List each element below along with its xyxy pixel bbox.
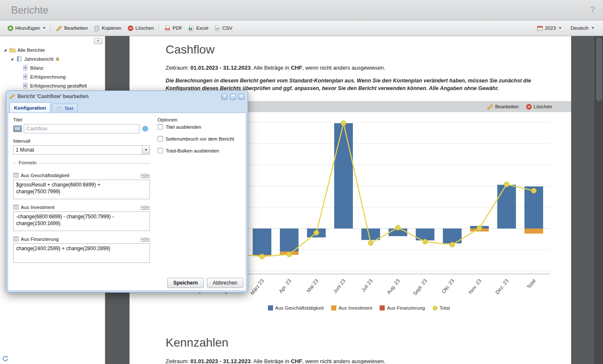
option-seitenumbruch[interactable]: Seitenumbruch vor dem Bericht [158,136,245,141]
svg-text:Mai 23: Mai 23 [305,278,319,293]
report-title: Cashflow [166,43,214,56]
dialog-maximize-button[interactable] [230,93,236,100]
toolbar-separator [159,23,159,33]
csv-icon [214,25,220,31]
delete-button[interactable]: Löschen [124,24,157,33]
formula-label: Aus Finanzierung [21,237,59,242]
dialog-help-button[interactable]: ? [221,93,228,100]
svg-text:Dez. 23: Dez. 23 [494,278,510,295]
report-delete-button[interactable]: Löschen [526,104,552,110]
intervall-select[interactable]: 1 Monat [13,145,150,155]
tree-item-label: Bilanz [30,65,43,71]
formula-text: -change(6800:6899) - change(7500:7999) -… [16,213,137,227]
option-titel-ausblenden[interactable]: Titel ausblenden [158,124,245,130]
tree-item-label: Erfolgsrechnung [30,74,66,79]
excel-button[interactable]: Excel [185,24,211,33]
chevron-down-icon [145,149,147,151]
tree-item-bilanz[interactable]: Bilanz [0,63,105,72]
dialog-close-button[interactable]: ✕ [238,93,245,100]
hilfe-link[interactable]: Hilfe [141,237,150,242]
tree-item-alle-berichte[interactable]: Alle Berichte [0,45,105,54]
combo-dropdown-button[interactable] [142,145,150,155]
checkbox-icon[interactable] [158,148,163,153]
sidebar-collapse-button[interactable]: « [94,38,102,44]
chart-legend: Aus Geschäftstätigkeit Aus Investment Au… [149,305,569,310]
tree-expander-icon[interactable] [3,49,8,51]
vertical-scrollbar[interactable] [595,36,603,364]
formula-text: $grossResult + change(6800:6899) + chang… [16,181,137,195]
pencil-icon [56,25,62,31]
formula-label: Aus Geschäftstätigkeit [21,173,69,178]
tree-item-erfolgsrechnung-gestaffelt[interactable]: Erfolgsrechnung gestaffelt [0,81,105,90]
pencil-icon [487,104,493,110]
year-selector[interactable]: 2023 [534,24,564,33]
refresh-icon[interactable] [2,356,8,362]
tab-text[interactable]: Text [52,104,78,113]
legend-label: Aus Finanzierung [387,305,425,310]
csv-button-label: CSV [222,25,232,31]
report-icon [22,65,28,71]
option-label: Titel ausblenden [166,124,201,130]
tree-expander-icon[interactable] [9,58,14,60]
help-icon[interactable]: ? [590,4,595,14]
copy-button-label: Kopieren [102,25,121,31]
formula-input-investment[interactable]: -change(6800:6899) - change(7500:7999) -… [13,212,150,231]
tab-konfiguration[interactable]: Konfiguration [9,102,51,113]
add-button[interactable]: Hinzufügen [4,24,48,33]
folder-icon [9,47,16,53]
copy-button[interactable]: Kopieren [91,24,124,33]
checkbox-icon[interactable] [158,136,163,141]
toolbar-separator [51,23,51,33]
legend-item-finanzierung: Aus Finanzierung [380,305,425,310]
legend-swatch-icon [380,305,385,310]
dialog-tabbar: Konfiguration Text [8,102,246,113]
delete-button-label: Löschen [135,25,154,31]
tree-item-jahresbericht[interactable]: Jahresbericht [0,54,105,63]
checkbox-icon[interactable] [158,124,163,130]
period-prefix: Zeitraum: [166,65,191,71]
csv-button[interactable]: CSV [211,24,235,33]
chevron-down-icon [592,27,594,29]
cancel-button[interactable]: Abbrechen [207,278,243,288]
period-range: 01.01.2023 - 31.12.2023 [191,358,251,364]
save-button[interactable]: Speichern [167,278,204,288]
titel-label: Titel [13,117,150,122]
minus-icon [526,104,532,110]
pdf-button[interactable]: PDF PDF [161,24,185,33]
legend-item-total: Total [433,305,450,310]
globe-icon[interactable] [141,124,150,133]
period-suffix: , wenn nicht anders ausgewiesen. [302,358,386,364]
report-icon [22,82,28,89]
option-total-balken-ausblenden[interactable]: Total-Balken ausblenden [158,148,245,153]
tree-item-label: Erfolgsrechnung gestaffelt [30,83,87,88]
tree-item-label: Alle Berichte [17,48,45,53]
period-range: 01.01.2023 - 31.12.2023 [191,65,251,71]
scrollbar-thumb[interactable] [596,37,602,101]
tab-label: Konfiguration [14,105,46,110]
pdf-icon: PDF [164,25,171,31]
legend-item-investment: Aus Investment [331,305,372,310]
titel-input[interactable]: Cashflow [24,124,139,133]
reports-tree: Alle Berichte Jahresbericht Bilanz Erfol… [0,45,105,90]
chevron-down-icon [559,27,561,29]
hilfe-link[interactable]: Hilfe [141,173,150,178]
svg-text:Sept. 23: Sept. 23 [412,278,428,296]
year-selector-label: 2023 [545,25,556,31]
formula-input-geschaeftstaetigkeit[interactable]: $grossResult + change(6800:6899) + chang… [13,180,150,199]
formula-group-geschaeftstaetigkeit: Aus Geschäftstätigkeit Hilfe $grossResul… [13,172,150,199]
legend-label: Aus Investment [338,305,372,310]
language-selector[interactable]: Deutsch [568,24,597,32]
edit-button[interactable]: Bearbeiten [53,24,91,33]
pdf-button-label: PDF [172,25,182,31]
kennzahlen-period: Zeitraum: 01.01.2023 - 31.12.2023. Alle … [166,358,385,364]
tree-item-erfolgsrechnung[interactable]: Erfolgsrechnung [0,72,105,81]
legend-swatch-icon [268,305,273,310]
excel-icon [188,25,194,31]
dialog-titlebar[interactable]: Bericht 'Cashflow' bearbeiten ? ✕ [8,91,246,102]
titel-input-value: Cashflow [26,126,47,132]
formula-input-finanzierung[interactable]: change(2400:2599) + change(2800:2899) [13,243,150,263]
svg-text:März 23: März 23 [249,278,265,296]
intervall-value[interactable]: 1 Monat [13,145,142,155]
report-edit-button[interactable]: Bearbeiten [487,104,519,110]
hilfe-link[interactable]: Hilfe [141,205,150,210]
